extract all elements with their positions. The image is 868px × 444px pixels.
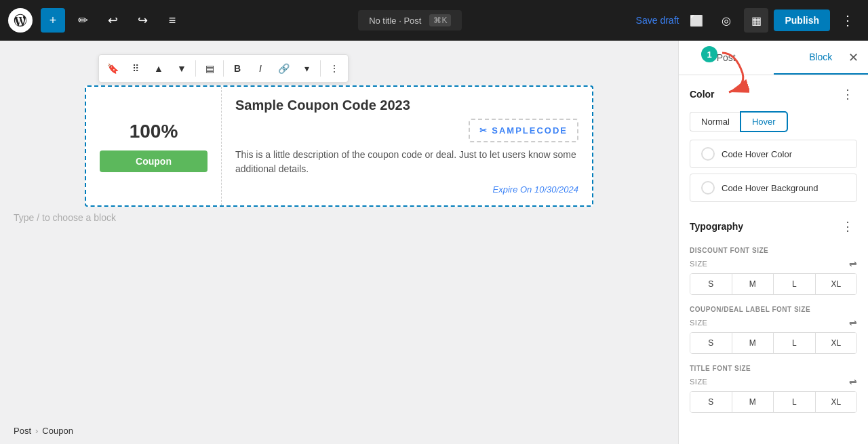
italic-button[interactable]: I	[250, 58, 271, 79]
color-hover-bg-item[interactable]: Code Hover Background	[690, 174, 857, 202]
block-type-icon: 🔖	[107, 63, 119, 74]
scissors-icon: ✂	[479, 125, 488, 136]
ellipsis-icon: ⋮	[330, 63, 339, 74]
typography-more-icon: ⋮	[842, 219, 854, 234]
bold-button[interactable]: B	[226, 58, 248, 79]
coupon-label-size-xl[interactable]: XL	[816, 333, 857, 353]
coupon-code: SAMPLECODE	[492, 125, 568, 136]
post-title-area[interactable]: No title · Post ⌘K	[358, 10, 462, 31]
preview-button[interactable]: ⬜	[684, 8, 709, 33]
coupon-label-size-m[interactable]: M	[732, 333, 774, 353]
link-chevron-button[interactable]: ▾	[296, 58, 317, 79]
color-hover-color-swatch[interactable]	[701, 147, 715, 161]
toolbar-separator-2	[223, 60, 224, 77]
coupon-title: Sample Coupon Code 2023	[235, 98, 578, 113]
coupon-label-font-title: COUPON/DEAL LABEL FONT SIZE	[690, 306, 857, 313]
tab-normal[interactable]: Normal	[690, 112, 741, 132]
breadcrumb-post[interactable]: Post	[14, 426, 31, 436]
undo-button[interactable]: ↩	[100, 8, 125, 33]
title-size-m[interactable]: M	[732, 392, 774, 412]
color-more-button[interactable]: ⋮	[838, 85, 857, 104]
editor-area: 🔖 ⠿ ▲ ▼ ▤ B I 🔗	[0, 41, 678, 444]
topbar-more-button[interactable]: ⋮	[835, 9, 860, 31]
main-layout: 🔖 ⠿ ▲ ▼ ▤ B I 🔗	[0, 41, 868, 444]
align-button[interactable]: ▤	[199, 58, 220, 79]
coupon-block: 100% Coupon Sample Coupon Code 2023 ✂ SA…	[86, 87, 592, 205]
document-overview-button[interactable]: ≡	[160, 8, 184, 33]
pen-icon: ✏	[78, 13, 88, 28]
title-size-row: SIZE ⇌	[690, 376, 857, 387]
drag-icon: ⠿	[132, 63, 139, 74]
color-hover-color-item[interactable]: Code Hover Color	[690, 140, 857, 168]
settings-button[interactable]: ▦	[744, 8, 768, 33]
post-title: No title · Post	[369, 16, 421, 26]
topbar-right: Save draft ⬜ ◎ ▦ Publish ⋮	[636, 8, 860, 33]
topbar-center: No title · Post ⌘K	[190, 10, 631, 31]
more-options-button[interactable]: ⋮	[323, 58, 345, 79]
cmd-shortcut: ⌘K	[429, 14, 451, 26]
edit-mode-button[interactable]: ✏	[71, 8, 95, 33]
color-hover-bg-label: Code Hover Background	[722, 183, 818, 193]
bold-icon: B	[234, 63, 241, 74]
discount-percentage: 100%	[130, 121, 178, 142]
aurora-button[interactable]: ◎	[714, 8, 738, 33]
sidebar: Post Block ✕ Color ⋮ Normal Hover Code H…	[678, 41, 868, 444]
link-button[interactable]: 🔗	[273, 58, 294, 79]
color-hover-bg-swatch[interactable]	[701, 181, 715, 195]
typography-section-title: Typography	[690, 221, 743, 232]
aurora-icon: ◎	[722, 14, 731, 27]
title-size-l[interactable]: L	[774, 392, 816, 412]
discount-size-buttons: S M L XL	[690, 273, 857, 295]
breadcrumb-coupon[interactable]: Coupon	[42, 426, 73, 436]
title-size-xl[interactable]: XL	[816, 392, 857, 412]
add-block-button[interactable]: +	[41, 8, 65, 33]
drag-handle[interactable]: ⠿	[125, 58, 146, 79]
title-size-s[interactable]: S	[690, 392, 732, 412]
discount-size-l[interactable]: L	[774, 274, 816, 294]
save-draft-button[interactable]: Save draft	[636, 15, 679, 26]
close-sidebar-button[interactable]: ✕	[844, 48, 863, 67]
chevron-down-icon: ▼	[177, 63, 186, 74]
color-tabs: Normal Hover	[679, 109, 868, 140]
topbar: + ✏ ↩ ↪ ≡ No title · Post ⌘K Save draft …	[0, 0, 868, 41]
breadcrumb-separator: ›	[35, 426, 38, 436]
discount-size-controls-icon[interactable]: ⇌	[849, 258, 857, 269]
list-icon: ≡	[169, 14, 176, 28]
publish-button[interactable]: Publish	[774, 9, 830, 31]
move-up-button[interactable]: ▲	[148, 58, 170, 79]
close-icon: ✕	[848, 50, 859, 65]
discount-size-label: SIZE	[690, 260, 707, 268]
coupon-label-size-s[interactable]: S	[690, 333, 732, 353]
tab-post[interactable]: Post	[679, 41, 774, 75]
coupon-code-box[interactable]: ✂ SAMPLECODE	[469, 119, 578, 142]
coupon-label-size-controls-icon[interactable]: ⇌	[849, 317, 857, 328]
tab-hover[interactable]: Hover	[741, 112, 787, 132]
coupon-block-wrapper[interactable]: 100% Coupon Sample Coupon Code 2023 ✂ SA…	[85, 85, 593, 207]
redo-button[interactable]: ↪	[130, 8, 155, 33]
coupon-left: 100% Coupon	[86, 87, 222, 205]
italic-icon: I	[259, 63, 262, 74]
more-dots-icon: ⋮	[842, 87, 854, 102]
coupon-label-size-label: SIZE	[690, 319, 707, 327]
typography-section-header: Typography ⋮	[679, 207, 868, 241]
redo-icon: ↪	[138, 13, 148, 28]
title-size-controls-icon[interactable]: ⇌	[849, 376, 857, 387]
chevron-down-icon: ▾	[304, 63, 309, 74]
move-down-button[interactable]: ▼	[171, 58, 193, 79]
chevron-up-icon: ▲	[154, 63, 163, 74]
block-toolbar: 🔖 ⠿ ▲ ▼ ▤ B I 🔗	[98, 54, 349, 83]
undo-icon: ↩	[108, 13, 118, 28]
title-size-label: SIZE	[690, 378, 707, 386]
typography-more-button[interactable]: ⋮	[838, 217, 857, 236]
coupon-label-size-buttons: S M L XL	[690, 332, 857, 354]
notification-badge: 1	[701, 46, 717, 62]
coupon-label-size-l[interactable]: L	[774, 333, 816, 353]
coupon-label-button[interactable]: Coupon	[100, 150, 208, 172]
color-section-header: Color ⋮	[679, 75, 868, 109]
block-type-button[interactable]: 🔖	[102, 58, 123, 79]
discount-size-xl[interactable]: XL	[816, 274, 857, 294]
discount-size-s[interactable]: S	[690, 274, 732, 294]
title-font-title: TITLE FONT SIZE	[690, 365, 857, 372]
coupon-expiry: Expire On 10/30/2024	[493, 184, 578, 195]
discount-size-m[interactable]: M	[732, 274, 774, 294]
